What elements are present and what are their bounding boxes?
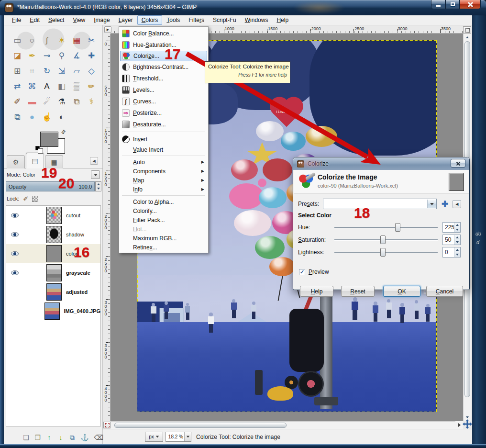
layer-row-cutout[interactable]: cutout — [6, 206, 100, 225]
delete-layer-button[interactable]: ⌫ — [94, 433, 103, 442]
tool-rotate[interactable]: ↻ — [40, 65, 54, 78]
tab-tool-options[interactable]: ⚙ — [7, 155, 25, 168]
tool-paintbrush[interactable]: ✐ — [11, 95, 24, 109]
tool-fuzzy-select[interactable]: ✶ — [55, 34, 68, 47]
slider-track-saturation[interactable] — [334, 235, 438, 245]
menubar-item-select[interactable]: Select — [44, 15, 68, 25]
tool-scale[interactable]: ⇲ — [55, 65, 68, 78]
raise-layer-button[interactable]: ↑ — [46, 433, 52, 442]
tool-dodge-burn[interactable]: ◐ — [55, 111, 68, 124]
menubar-item-layer[interactable]: Layer — [114, 15, 137, 25]
swap-colors-icon[interactable]: ⇄ — [60, 128, 67, 136]
menubar-item-image[interactable]: Image — [89, 15, 114, 25]
menubar-item-filters[interactable]: Filters — [184, 15, 209, 25]
tool-text[interactable]: A — [40, 80, 54, 93]
menu-item-levels[interactable]: Levels... — [119, 84, 208, 96]
tool-heal[interactable]: ⚕ — [85, 95, 98, 109]
tool-color-picker[interactable]: ⊸ — [40, 49, 54, 63]
anchor-layer-button[interactable]: ⚓ — [81, 433, 89, 442]
menu-item-map[interactable]: Map▶ — [119, 176, 208, 185]
layer-row-shadow[interactable]: shadow — [6, 225, 100, 244]
slider-track-lightness[interactable] — [334, 247, 438, 257]
menu-item-invert[interactable]: Invert — [119, 134, 208, 145]
tool-rectangle-select[interactable]: ▭ — [11, 34, 24, 47]
slider-thumb[interactable] — [395, 223, 400, 232]
tool-foreground-select[interactable]: ◪ — [11, 49, 24, 63]
layer-visibility-toggle[interactable] — [6, 232, 23, 237]
layer-row-adjusted[interactable]: adjusted — [6, 282, 100, 302]
menubar-item-colors[interactable]: Colors — [137, 15, 163, 25]
layer-visibility-toggle[interactable] — [6, 213, 23, 218]
menu-item-colorify[interactable]: Colorify... — [119, 206, 208, 215]
tool-align[interactable]: ⊞ — [11, 65, 24, 78]
dialog-close-button[interactable] — [451, 159, 465, 168]
navigation-cross-button[interactable] — [462, 419, 472, 429]
reset-button[interactable]: Reset — [341, 286, 375, 297]
tool-paths[interactable]: ✒ — [25, 49, 39, 63]
menu-item-info[interactable]: Info▶ — [119, 185, 208, 194]
foreground-color-swatch[interactable] — [40, 132, 58, 147]
new-group-button[interactable]: ❐ — [34, 433, 41, 442]
menu-item-color-balance[interactable]: Color Balance... — [119, 28, 208, 39]
help-button[interactable]: Help — [300, 286, 333, 297]
zoom-dropdown-button[interactable] — [184, 432, 191, 441]
unit-selector[interactable]: px — [145, 432, 163, 442]
zoom-selector[interactable]: 18.2 % — [166, 432, 191, 442]
image-menu-button[interactable]: ▶ — [104, 26, 111, 33]
layer-visibility-toggle[interactable] — [6, 251, 23, 256]
menubar-item-tools[interactable]: Tools — [162, 15, 184, 25]
opacity-slider[interactable]: Opacity 100.0 — [6, 181, 95, 191]
menubar-item-script-fu[interactable]: Script-Fu — [209, 15, 241, 25]
spinbox-saturation[interactable]: 50 — [442, 235, 461, 245]
preset-options-button[interactable]: ◀ — [453, 200, 461, 208]
quick-mask-button[interactable] — [103, 422, 110, 428]
horizontal-scrollbar[interactable] — [110, 421, 455, 429]
tool-scissors-select[interactable]: ✂ — [85, 34, 98, 47]
tool-cage-transform[interactable]: ⌘ — [25, 80, 39, 93]
menu-item-colorize[interactable]: Colorize... — [120, 51, 207, 61]
spinbox-hue[interactable]: 225 — [442, 222, 461, 233]
tool-ellipse-select[interactable]: ○ — [25, 34, 39, 47]
tool-perspective-clone[interactable]: ⧉ — [11, 111, 24, 124]
layer-visibility-toggle[interactable] — [6, 270, 23, 275]
lower-layer-button[interactable]: ↓ — [57, 433, 64, 442]
vertical-ruler[interactable]: 05001000150020002500300035004000 — [103, 34, 110, 421]
tool-bucket-fill[interactable]: ◧ — [55, 80, 68, 93]
menubar-item-help[interactable]: Help — [272, 15, 293, 25]
tool-select-by-color[interactable]: ▦ — [70, 34, 83, 47]
spinbox-lightness[interactable]: 0 — [442, 247, 461, 258]
zoom-follow-window-button[interactable] — [463, 26, 471, 34]
presets-combobox[interactable] — [323, 199, 437, 209]
tool-zoom[interactable]: ⚲ — [55, 49, 68, 63]
tool-perspective[interactable]: ◇ — [85, 65, 98, 78]
menu-item-filter-pack[interactable]: Filter Pack... — [119, 215, 208, 224]
dialog-title-bar[interactable]: Colorize — [293, 157, 469, 170]
menu-item-components[interactable]: Components▶ — [119, 167, 208, 176]
menu-item-value-invert[interactable]: Value Invert — [119, 145, 208, 154]
presets-dropdown-button[interactable] — [427, 200, 436, 208]
menu-item-maximum-rgb[interactable]: Maximum RGB... — [119, 234, 208, 243]
cancel-button[interactable]: Cancel — [426, 286, 463, 297]
tool-move[interactable]: ✚ — [85, 49, 98, 63]
preview-checkbox[interactable]: ✓ — [299, 269, 305, 275]
tool-shear[interactable]: ▱ — [70, 65, 83, 78]
spin-buttons[interactable] — [454, 223, 460, 232]
layer-row-grayscale[interactable]: grayscale — [6, 263, 100, 282]
slider-thumb[interactable] — [380, 235, 386, 244]
menu-item-threshold[interactable]: Threshold... — [119, 73, 208, 84]
menubar-item-view[interactable]: View — [68, 15, 89, 25]
tool-clone[interactable]: ⧉ — [70, 95, 83, 109]
title-bar[interactable]: *MainzBalloons-Work.xcf-4.0 (RGB color, … — [0, 0, 486, 15]
menu-item-brightness-contrast[interactable]: Brightness-Contrast... — [119, 61, 208, 73]
lock-alpha-icon[interactable] — [32, 196, 38, 202]
slider-thumb[interactable] — [380, 248, 386, 257]
tool-ink[interactable]: ⚗ — [55, 95, 68, 109]
menu-item-retinex[interactable]: Retinex... — [119, 243, 208, 252]
maximize-button[interactable] — [445, 0, 460, 9]
mode-dropdown-button[interactable] — [91, 170, 100, 179]
horizontal-scroll-thumb[interactable] — [114, 423, 287, 428]
menu-item-color-to-alpha[interactable]: Color to Alpha... — [119, 197, 208, 206]
default-colors-icon[interactable] — [35, 146, 40, 150]
new-layer-button[interactable]: ❏ — [23, 433, 29, 442]
tool-free-select[interactable]: ʃ — [40, 34, 54, 47]
